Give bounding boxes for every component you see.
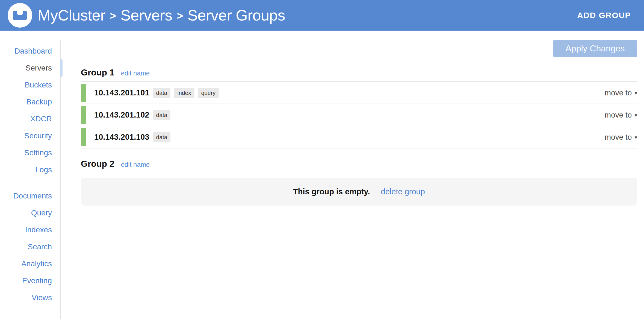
sidebar-nav: Dashboard Servers Buckets Backup XDCR Se… [0,31,61,319]
group-1-header: Group 1 edit name [81,68,637,78]
empty-group-box: This group is empty. delete group [81,178,637,206]
breadcrumb: MyCluster > Servers > Server Groups [38,8,285,23]
server-row[interactable]: 10.143.201.101 data index query move to … [81,82,637,104]
app-header: MyCluster > Servers > Server Groups ADD … [0,0,644,31]
sidebar-item-security[interactable]: Security [0,127,61,144]
server-health-bar [81,128,86,146]
breadcrumb-cluster: MyCluster [38,8,105,23]
group-2-header: Group 2 edit name [81,159,637,169]
sidebar-item-documents[interactable]: Documents [0,188,61,204]
add-group-button[interactable]: ADD GROUP [577,11,631,20]
move-to-label: move to [605,89,632,97]
server-health-bar [81,106,86,124]
sidebar-item-dashboard[interactable]: Dashboard [0,43,61,60]
sidebar-item-indexes[interactable]: Indexes [0,221,61,238]
sidebar-item-search[interactable]: Search [0,238,61,255]
group-title: Group 2 [81,159,114,169]
group-1-server-list: 10.143.201.101 data index query move to … [81,81,637,148]
service-badge: query [198,88,219,98]
service-badge: data [153,88,171,98]
sidebar-item-xdcr[interactable]: XDCR [0,110,61,127]
sidebar-item-buckets[interactable]: Buckets [0,77,61,93]
group-2-divider [81,173,637,173]
sidebar-item-logs[interactable]: Logs [0,161,61,178]
couchbase-logo-icon [8,3,32,28]
server-row[interactable]: 10.143.201.102 data move to ▾ [81,104,637,126]
service-badge: data [153,132,171,142]
edit-group-name-link[interactable]: edit name [121,69,150,77]
edit-group-name-link[interactable]: edit name [121,161,150,168]
move-to-label: move to [605,133,632,142]
breadcrumb-servers: Servers [120,8,172,23]
move-to-dropdown[interactable]: move to ▾ [605,89,637,97]
sidebar-item-settings[interactable]: Settings [0,144,61,161]
sidebar-item-query[interactable]: Query [0,204,61,221]
server-row[interactable]: 10.143.201.103 data move to ▾ [81,126,637,148]
breadcrumb-separator-icon: > [177,10,183,22]
server-ip: 10.143.201.101 [94,88,149,97]
apply-changes-button[interactable]: Apply Changes [553,40,637,57]
chevron-down-icon: ▾ [634,90,637,96]
main-content: Apply Changes Group 1 edit name 10.143.2… [61,31,644,319]
sidebar-item-analytics[interactable]: Analytics [0,255,61,272]
sidebar-item-views[interactable]: Views [0,289,61,306]
service-badge: index [174,88,194,98]
breadcrumb-separator-icon: > [110,10,116,22]
active-indicator [60,59,63,77]
delete-group-link[interactable]: delete group [381,187,425,196]
sidebar-item-backup[interactable]: Backup [0,93,61,110]
sidebar-item-eventing[interactable]: Eventing [0,272,61,289]
move-to-dropdown[interactable]: move to ▾ [605,133,637,142]
sidebar-group-gap [0,178,61,188]
move-to-label: move to [605,111,632,119]
sidebar-item-label: Servers [26,64,52,72]
group-title: Group 1 [81,68,114,78]
sidebar-item-servers[interactable]: Servers [0,60,61,77]
chevron-down-icon: ▾ [634,134,637,141]
chevron-down-icon: ▾ [634,112,637,118]
empty-group-message: This group is empty. [293,187,370,196]
breadcrumb-server-groups: Server Groups [187,8,285,23]
apply-changes-row: Apply Changes [81,40,637,57]
server-ip: 10.143.201.103 [94,133,149,142]
service-badge: data [153,110,171,120]
server-health-bar [81,84,86,102]
server-ip: 10.143.201.102 [94,110,149,119]
move-to-dropdown[interactable]: move to ▾ [605,111,637,119]
